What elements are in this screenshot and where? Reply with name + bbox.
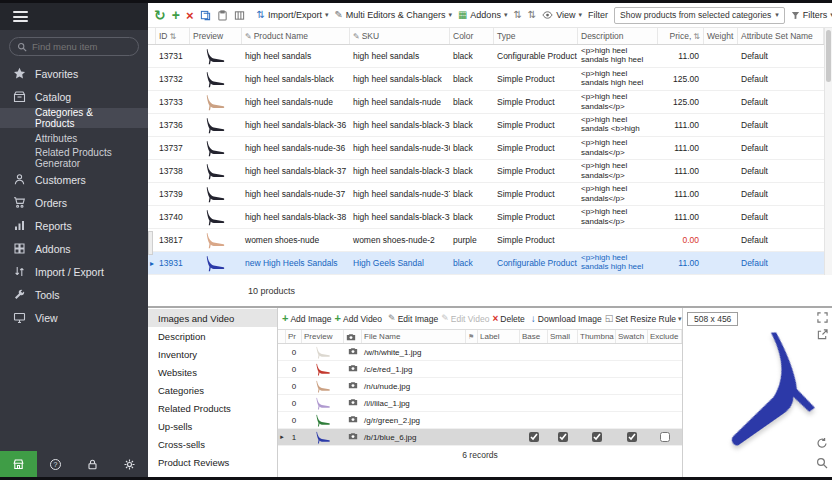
vertical-scrollbar[interactable] xyxy=(824,28,832,275)
column-header-sku[interactable]: ✎ SKU xyxy=(350,28,450,44)
bottom-tab[interactable]: Inventory xyxy=(148,345,277,363)
image-row[interactable]: 1 /b/1/blue_6.jpg xyxy=(278,429,682,446)
product-row[interactable]: 13736 high heel sandals-black-36 high he… xyxy=(148,114,832,137)
product-image[interactable] xyxy=(691,330,821,460)
thumbnail-checkbox[interactable] xyxy=(592,432,602,442)
column-header-label[interactable]: Label xyxy=(478,330,520,343)
download-image-button[interactable]: ↓ Download Image xyxy=(531,314,602,324)
sidebar-item-orders[interactable]: Orders xyxy=(0,191,148,214)
bottom-tab[interactable]: Images and Video xyxy=(148,309,277,327)
sort-asc-icon[interactable]: ⇅ xyxy=(513,10,521,20)
column-header-description[interactable]: Description xyxy=(578,28,658,44)
sidebar-item-categories-products[interactable]: Categories & Products xyxy=(0,108,148,128)
edit-icon: ✎ xyxy=(353,32,360,41)
product-price: 11.00 xyxy=(658,258,704,268)
image-row[interactable]: 0 /n/u/nude.jpg xyxy=(278,378,682,395)
add-video-button[interactable]: + Add Video xyxy=(335,313,383,324)
product-row[interactable]: 13739 high heel sandals-nude-37 high hee… xyxy=(148,183,832,206)
column-header-preview[interactable]: Preview xyxy=(190,28,242,44)
edit-video-button: ✎ Edit Video xyxy=(441,314,489,324)
swatch-checkbox[interactable] xyxy=(627,432,637,442)
exclude-checkbox[interactable] xyxy=(660,432,670,442)
addons-button[interactable]: ▦ Addons ▾ xyxy=(458,10,508,20)
fullscreen-icon[interactable] xyxy=(817,312,828,323)
product-row[interactable]: 13731 high heel sandals high heel sandal… xyxy=(148,45,832,68)
sidebar-item-reports[interactable]: Reports xyxy=(0,214,148,237)
product-row[interactable]: 13733 high heel sandals-nude high heel s… xyxy=(148,91,832,114)
paste-icon[interactable] xyxy=(217,10,228,21)
view-button[interactable]: View ▾ xyxy=(542,10,582,20)
delete-image-button[interactable]: × Delete xyxy=(492,314,524,324)
delete-product-icon[interactable]: × xyxy=(186,9,194,22)
product-row[interactable]: 13732 high heel sandals-black high heel … xyxy=(148,68,832,91)
column-header-thumbnail[interactable]: Thumbna xyxy=(578,330,616,343)
small-checkbox[interactable] xyxy=(558,432,568,442)
product-row[interactable]: 13931 new High Heels Sandals High Geels … xyxy=(148,252,832,275)
help-button[interactable]: ? xyxy=(37,451,74,477)
add-product-icon[interactable]: + xyxy=(172,8,180,22)
menu-search-input[interactable] xyxy=(32,41,131,52)
refresh-icon[interactable]: ↻ xyxy=(154,8,166,22)
multi-editors-button[interactable]: ✎ Multi Editors & Changers ▾ xyxy=(334,10,451,20)
column-header-type[interactable]: Type xyxy=(494,28,578,44)
column-header-weight[interactable]: Weight xyxy=(704,28,738,44)
column-header-priority[interactable]: Pr xyxy=(286,330,302,343)
scrollbar-thumb[interactable] xyxy=(826,30,831,82)
bottom-tab[interactable]: Product Reviews xyxy=(148,453,277,471)
column-header-attribute-set[interactable]: Attribute Set Name xyxy=(738,28,824,44)
product-row[interactable]: 13737 high heel sandals-nude-36 high hee… xyxy=(148,137,832,160)
column-header-exclude[interactable]: Exclude xyxy=(648,330,682,343)
sidebar-item-import-export[interactable]: Import / Export xyxy=(0,260,148,283)
product-row[interactable]: 13740 high heel sandals-black-38 high he… xyxy=(148,206,832,229)
store-button[interactable] xyxy=(0,451,37,477)
sidebar-item-view[interactable]: View xyxy=(0,306,148,329)
edit-image-button[interactable]: ✎ Edit Image xyxy=(388,314,438,324)
sidebar-item-attributes[interactable]: Attributes xyxy=(0,128,148,148)
column-header-id[interactable]: ID ⇅ xyxy=(156,28,190,44)
image-row[interactable]: 0 /c/e/red_1.jpg xyxy=(278,361,682,378)
column-header-base[interactable]: Base xyxy=(520,330,548,343)
menu-search[interactable] xyxy=(9,37,139,56)
column-header-small[interactable]: Small xyxy=(548,330,578,343)
sidebar-item-customers[interactable]: Customers xyxy=(0,168,148,191)
columns-icon[interactable] xyxy=(234,10,245,21)
zoom-icon[interactable] xyxy=(816,457,828,469)
bottom-tab[interactable]: Categories xyxy=(148,381,277,399)
bottom-tab[interactable]: Up-sells xyxy=(148,417,277,435)
sidebar-item-favorites[interactable]: Favorites xyxy=(0,62,148,85)
base-checkbox[interactable] xyxy=(529,432,539,442)
filters-button[interactable]: Filters ▾ xyxy=(791,10,832,20)
menu-icon[interactable] xyxy=(13,11,28,22)
column-header-file-name[interactable]: File Name xyxy=(362,330,466,343)
bottom-tab[interactable]: Related Products xyxy=(148,399,277,417)
copy-icon[interactable] xyxy=(200,10,211,21)
image-row[interactable]: 0 /w/h/white_1.jpg xyxy=(278,344,682,361)
category-filter-select[interactable]: Show products from selected categories ▾ xyxy=(614,7,785,24)
add-image-button[interactable]: + Add Image xyxy=(282,313,332,324)
settings-button[interactable] xyxy=(111,451,148,477)
column-header-preview[interactable]: Preview xyxy=(302,330,344,343)
column-header-price[interactable]: Price, ⇅ xyxy=(658,28,704,44)
image-row[interactable]: 0 /g/r/green_2.jpg xyxy=(278,412,682,429)
sidebar-item-catalog[interactable]: Catalog xyxy=(0,85,148,108)
sort-desc-icon[interactable]: ⇅ xyxy=(528,10,536,20)
set-resize-rule-button[interactable]: ◱ Set Resize Rule ▾ xyxy=(605,314,682,324)
column-header-color[interactable]: Color xyxy=(450,28,494,44)
bottom-tab[interactable]: Description xyxy=(148,327,277,345)
bottom-tab[interactable]: Websites xyxy=(148,363,277,381)
rotate-icon[interactable] xyxy=(816,437,828,449)
column-header-swatch[interactable]: Swatch xyxy=(616,330,648,343)
panel-collapse-handle[interactable] xyxy=(148,231,153,255)
sidebar-item-addons[interactable]: Addons xyxy=(0,237,148,260)
sidebar-item-tools[interactable]: Tools xyxy=(0,283,148,306)
sidebar-item-related-products-generator[interactable]: Related Products Generator xyxy=(0,148,148,168)
product-row[interactable]: 13817 women shoes-nude women shoes-nude-… xyxy=(148,229,832,252)
import-export-button[interactable]: ⇅ Import/Export ▾ xyxy=(257,10,329,20)
lock-button[interactable] xyxy=(74,451,111,477)
image-row[interactable]: 0 /l/i/lilac_1.jpg xyxy=(278,395,682,412)
column-header-flag[interactable]: ⚑ xyxy=(466,330,478,343)
column-header-camera[interactable] xyxy=(344,330,362,343)
column-header-product-name[interactable]: ✎ Product Name xyxy=(242,28,350,44)
product-row[interactable]: 13738 high heel sandals-black-37 high he… xyxy=(148,160,832,183)
bottom-tab[interactable]: Cross-sells xyxy=(148,435,277,453)
